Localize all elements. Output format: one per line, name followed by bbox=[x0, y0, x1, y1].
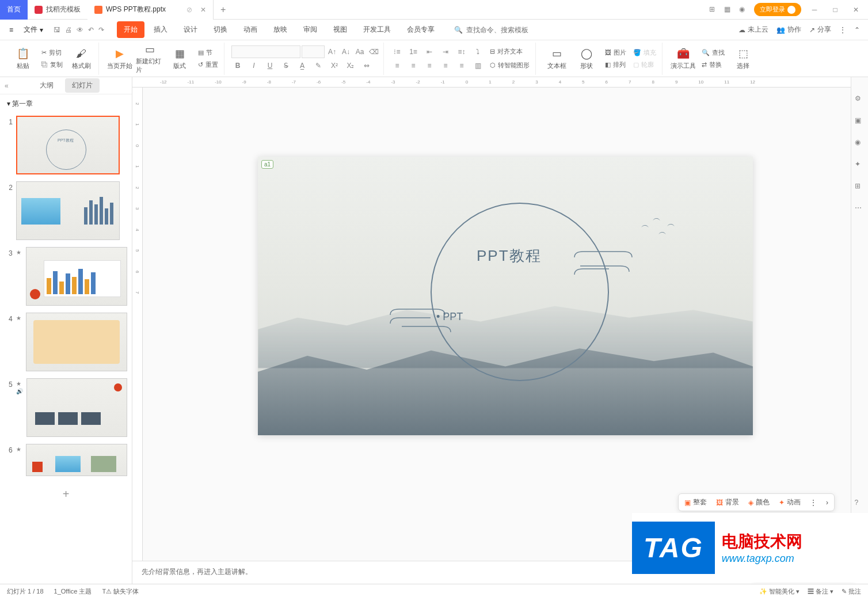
slide-thumb-4[interactable] bbox=[26, 313, 127, 371]
print-icon[interactable]: 🖨 bbox=[65, 26, 72, 34]
tab-pin-icon[interactable]: ⊘ bbox=[186, 6, 192, 14]
superscript-icon[interactable]: X² bbox=[328, 59, 341, 72]
tab-view[interactable]: 视图 bbox=[326, 21, 354, 38]
outline-tab[interactable]: 大纲 bbox=[33, 78, 60, 93]
slide-thumb-1[interactable]: PPT教程 bbox=[16, 116, 120, 174]
strike-icon[interactable]: S̶ bbox=[280, 59, 292, 72]
more-options-icon[interactable]: ⋮ bbox=[810, 499, 817, 507]
underline-icon[interactable]: U bbox=[264, 59, 276, 72]
copy-button[interactable]: ⿻复制 bbox=[39, 59, 65, 70]
slide-thumb-6[interactable] bbox=[26, 444, 127, 476]
arrange-button[interactable]: ◧排列 bbox=[603, 59, 629, 70]
bold-icon[interactable]: B bbox=[231, 59, 244, 72]
slide-title[interactable]: PPT教程 bbox=[477, 246, 542, 266]
close-window-button[interactable]: ✕ bbox=[848, 2, 863, 17]
picture-button[interactable]: 🖼图片 bbox=[603, 47, 629, 58]
text-direction-icon[interactable]: ⤵ bbox=[471, 45, 484, 58]
select-button[interactable]: ⬚ 选择 bbox=[729, 44, 757, 74]
highlight-icon[interactable]: ✎ bbox=[312, 59, 325, 72]
justify-icon[interactable]: ≡ bbox=[439, 59, 452, 72]
skin-icon[interactable]: ◉ bbox=[739, 5, 748, 14]
anim-button[interactable]: ✦动画 bbox=[779, 497, 801, 507]
beautify-button[interactable]: ✨ 智能美化 ▾ bbox=[759, 587, 800, 596]
tab-insert[interactable]: 插入 bbox=[147, 21, 174, 38]
cut-button[interactable]: ✂剪切 bbox=[39, 47, 65, 58]
next-icon[interactable]: › bbox=[826, 499, 828, 507]
template-set-button[interactable]: ▣整套 bbox=[684, 497, 707, 507]
format-painter-button[interactable]: 🖌 格式刷 bbox=[67, 44, 95, 74]
slide-thumb-2[interactable] bbox=[16, 181, 120, 240]
save-icon[interactable]: 🖫 bbox=[54, 26, 60, 34]
sidebar-template-icon[interactable]: ▣ bbox=[855, 116, 865, 127]
collapse-panel-icon[interactable]: « bbox=[5, 82, 9, 90]
new-slide-button[interactable]: ▭ 新建幻灯片 bbox=[136, 44, 163, 74]
tab-close-icon[interactable]: ✕ bbox=[200, 6, 206, 14]
share-button[interactable]: ↗ 分享 bbox=[809, 25, 831, 35]
notes-toggle-button[interactable]: ☰ 备注 ▾ bbox=[808, 587, 833, 596]
tab-devtools[interactable]: 开发工具 bbox=[356, 21, 398, 38]
align-text-button[interactable]: ⊟对齐文本 bbox=[488, 45, 525, 58]
outline-section[interactable]: ▾ 第一章 bbox=[0, 94, 132, 113]
smartart-button[interactable]: ⬡转智能图形 bbox=[488, 59, 532, 72]
more-icon[interactable]: ⋮ bbox=[839, 26, 846, 34]
align-left-icon[interactable]: ≡ bbox=[391, 59, 403, 72]
login-button[interactable]: 立即登录 bbox=[754, 3, 801, 16]
paste-button[interactable]: 📋 粘贴 bbox=[9, 44, 37, 74]
replace-button[interactable]: ⇄替换 bbox=[699, 59, 727, 70]
undo-icon[interactable]: ↶ bbox=[88, 26, 94, 34]
outline-button[interactable]: ▢轮廓 bbox=[631, 59, 658, 70]
tab-home[interactable]: 首页 bbox=[0, 0, 28, 20]
align-right-icon[interactable]: ≡ bbox=[423, 59, 436, 72]
thumbnails-list[interactable]: 1 PPT教程 2 3 ★ bbox=[0, 113, 132, 584]
shapes-button[interactable]: ◯ 形状 bbox=[573, 44, 600, 74]
file-menu[interactable]: 文件 ▾ bbox=[19, 22, 48, 37]
background-button[interactable]: 🖼背景 bbox=[716, 497, 739, 507]
increase-font-icon[interactable]: A↑ bbox=[326, 45, 338, 58]
tab-animation[interactable]: 动画 bbox=[237, 21, 264, 38]
new-tab-button[interactable]: + bbox=[214, 5, 233, 15]
maximize-button[interactable]: □ bbox=[828, 2, 843, 17]
slide-canvas[interactable]: a1 ︵ ︵ ︵ ︵ PPT教程 • PPT bbox=[258, 157, 753, 435]
sidebar-help-icon[interactable]: ? bbox=[855, 499, 865, 509]
color-button[interactable]: ◈颜色 bbox=[748, 497, 770, 507]
slide-subtitle[interactable]: • PPT bbox=[436, 311, 463, 323]
sidebar-more-icon[interactable]: ⋯ bbox=[855, 204, 865, 214]
comments-button[interactable]: ✎ 批注 bbox=[842, 587, 861, 596]
theme-name[interactable]: 1_Office 主题 bbox=[54, 587, 92, 596]
slide-thumb-5[interactable] bbox=[26, 378, 127, 437]
font-size-input[interactable] bbox=[302, 45, 325, 58]
numbering-icon[interactable]: 1≡ bbox=[407, 45, 420, 58]
hamburger-icon[interactable]: ≡ bbox=[5, 24, 18, 36]
layout-button[interactable]: ▦ 版式 bbox=[166, 44, 193, 74]
reset-button[interactable]: ↺重置 bbox=[196, 59, 220, 70]
change-case-icon[interactable]: Aa bbox=[353, 45, 366, 58]
indent-dec-icon[interactable]: ⇤ bbox=[423, 45, 436, 58]
spacing-icon[interactable]: ⇔ bbox=[360, 59, 373, 72]
decrease-font-icon[interactable]: A↓ bbox=[340, 45, 352, 58]
sections-button[interactable]: ▤节 bbox=[196, 47, 220, 58]
sidebar-material-icon[interactable]: ◉ bbox=[855, 138, 865, 149]
align-center-icon[interactable]: ≡ bbox=[407, 59, 420, 72]
missing-font-button[interactable]: T⚠ 缺失字体 bbox=[102, 587, 139, 596]
subscript-icon[interactable]: X₂ bbox=[344, 59, 357, 72]
tab-transition[interactable]: 切换 bbox=[207, 21, 234, 38]
font-color-icon[interactable]: A̲ bbox=[296, 59, 309, 72]
preview-icon[interactable]: 👁 bbox=[77, 26, 83, 34]
slide-thumb-3[interactable] bbox=[26, 247, 127, 306]
tab-design[interactable]: 设计 bbox=[177, 21, 204, 38]
clear-format-icon[interactable]: ⌫ bbox=[367, 45, 380, 58]
tab-docer-templates[interactable]: 找稻壳模板 bbox=[28, 0, 87, 20]
redo-icon[interactable]: ↷ bbox=[98, 26, 104, 34]
indent-inc-icon[interactable]: ⇥ bbox=[439, 45, 452, 58]
sidebar-ai-icon[interactable]: ✦ bbox=[855, 160, 865, 170]
command-search[interactable]: 🔍 bbox=[454, 26, 547, 34]
collapse-ribbon-icon[interactable]: ⌃ bbox=[854, 26, 860, 34]
find-button[interactable]: 🔍查找 bbox=[699, 47, 727, 58]
bullets-icon[interactable]: ⁝≡ bbox=[391, 45, 403, 58]
grid-icon[interactable]: ▦ bbox=[724, 5, 733, 14]
tab-member[interactable]: 会员专享 bbox=[400, 21, 441, 38]
fill-button[interactable]: 🪣填充 bbox=[631, 47, 658, 58]
sidebar-layout-icon[interactable]: ⊞ bbox=[855, 182, 865, 192]
comment-badge[interactable]: a1 bbox=[261, 160, 273, 169]
font-family-input[interactable] bbox=[231, 45, 300, 58]
